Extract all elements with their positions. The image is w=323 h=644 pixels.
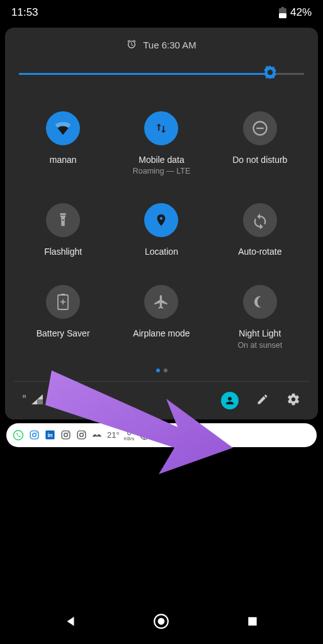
svg-point-22 — [79, 433, 83, 437]
location-icon — [144, 203, 178, 237]
svg-point-7 — [62, 219, 64, 221]
qs-footer: R Jio 4G — [14, 382, 309, 419]
page-dot-1 — [156, 369, 160, 372]
tile-airplane-label: Airplane mode — [133, 328, 190, 339]
alarm-icon — [127, 39, 137, 51]
status-bar: 11:53 42% — [0, 0, 323, 23]
mustache-icon — [91, 430, 103, 441]
svg-rect-2 — [281, 7, 284, 9]
brightness-handle[interactable] — [262, 64, 278, 83]
tile-data-sublabel: Roaming — LTE — [133, 167, 190, 175]
page-dot-2 — [164, 369, 167, 372]
brightness-fill — [19, 73, 270, 75]
tile-auto-rotate[interactable]: Auto-rotate — [211, 189, 309, 271]
tile-location[interactable]: Location — [112, 189, 210, 271]
tiles-grid: manan Mobile data Roaming — LTE Do not d… — [14, 97, 309, 364]
notification-widget-bar[interactable]: in 21° 0 KB/s • — [6, 423, 317, 447]
data-icon — [144, 111, 178, 145]
quick-settings-panel: Tue 6:30 AM manan Mobile data Roaming — … — [5, 28, 318, 419]
battery-saver-icon — [46, 285, 80, 319]
instagram-icon-2 — [60, 430, 71, 441]
speed-value: 0 — [124, 429, 135, 436]
temperature-widget: 21° — [107, 430, 120, 440]
share-icon — [155, 430, 166, 441]
svg-point-3 — [267, 70, 273, 75]
instagram-icon — [28, 430, 40, 441]
dnd-icon — [243, 111, 277, 145]
carrier-area[interactable]: R Jio 4G — [23, 394, 213, 407]
tile-night-light[interactable]: Night Light On at sunset — [211, 271, 309, 363]
tile-wifi[interactable]: manan — [14, 97, 112, 189]
tile-rotate-label: Auto-rotate — [238, 246, 281, 257]
linkedin-icon: in — [44, 430, 55, 441]
carrier-label: Jio 4G — [48, 395, 75, 406]
tile-night-label: Night Light — [239, 328, 281, 339]
svg-point-32 — [158, 618, 165, 625]
svg-rect-1 — [279, 13, 286, 18]
tile-mobile-data[interactable]: Mobile data Roaming — LTE — [112, 97, 210, 189]
telegram-icon — [171, 430, 182, 441]
instagram-icon-3 — [76, 430, 87, 441]
svg-point-19 — [64, 433, 67, 437]
battery-icon — [279, 7, 286, 18]
svg-line-29 — [159, 435, 162, 438]
status-time: 11:53 — [11, 6, 38, 19]
back-button[interactable] — [58, 609, 83, 634]
home-button[interactable] — [149, 609, 174, 634]
aperture-icon — [139, 430, 150, 441]
svg-line-28 — [159, 432, 162, 435]
whatsapp-icon — [13, 430, 24, 441]
svg-point-24 — [140, 431, 149, 440]
airplane-icon — [144, 285, 178, 319]
svg-point-12 — [14, 430, 23, 440]
tile-battery-saver-label: Battery Saver — [37, 328, 90, 339]
flashlight-icon — [46, 203, 80, 237]
tile-wifi-label: manan — [50, 154, 77, 165]
battery-percent: 42% — [290, 6, 312, 19]
edit-button[interactable] — [256, 393, 269, 408]
tile-flashlight-label: Flashlight — [44, 246, 82, 257]
alarm-row[interactable]: Tue 6:30 AM — [14, 39, 309, 51]
tile-night-sublabel: On at sunset — [237, 341, 282, 350]
alarm-text: Tue 6:30 AM — [143, 40, 196, 50]
status-right: 42% — [279, 6, 312, 19]
svg-rect-6 — [60, 213, 66, 215]
tile-dnd-label: Do not disturb — [232, 154, 287, 165]
rotate-icon — [243, 203, 277, 237]
settings-button[interactable] — [286, 392, 300, 409]
more-dot: • — [186, 428, 190, 441]
svg-point-14 — [32, 433, 36, 437]
svg-rect-33 — [248, 617, 256, 625]
signal-icon — [31, 394, 43, 407]
tile-airplane[interactable]: Airplane mode — [112, 271, 210, 363]
svg-point-20 — [67, 432, 69, 433]
roaming-indicator: R — [23, 394, 26, 399]
wifi-icon — [46, 111, 80, 145]
brightness-slider[interactable] — [19, 65, 304, 82]
page-indicator — [14, 364, 309, 381]
night-icon — [243, 285, 277, 319]
svg-text:in: in — [47, 432, 53, 438]
speed-widget: 0 KB/s — [124, 429, 135, 441]
tile-flashlight[interactable]: Flashlight — [14, 189, 112, 271]
speed-unit: KB/s — [124, 436, 135, 441]
svg-point-23 — [83, 432, 84, 433]
tile-dnd[interactable]: Do not disturb — [211, 97, 309, 189]
footer-actions — [221, 392, 300, 409]
tile-battery-saver[interactable]: Battery Saver — [14, 271, 112, 363]
navigation-bar — [0, 606, 323, 636]
recents-button[interactable] — [240, 609, 265, 634]
svg-point-15 — [36, 432, 37, 433]
tile-data-label: Mobile data — [139, 154, 184, 165]
tile-location-label: Location — [145, 246, 178, 257]
user-switch-button[interactable] — [221, 392, 239, 409]
